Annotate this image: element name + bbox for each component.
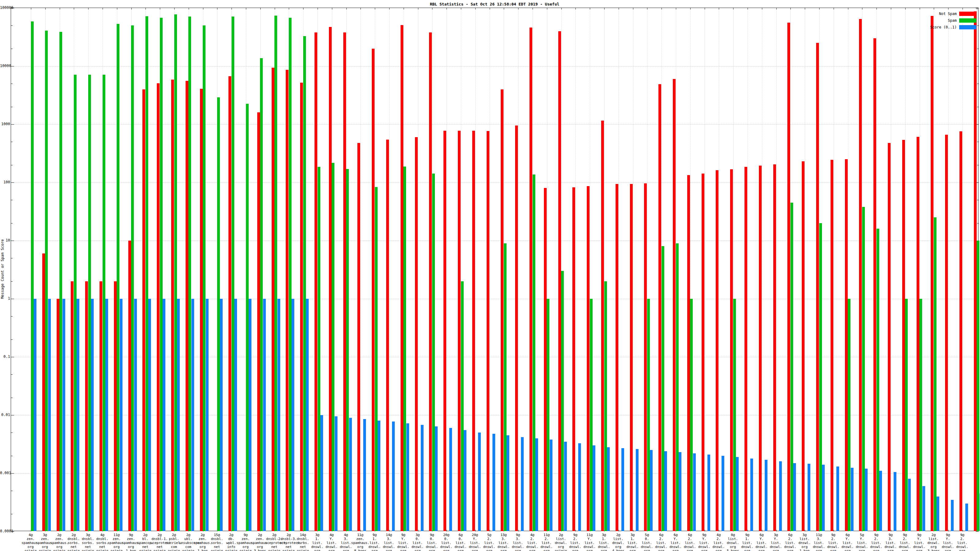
bar-spam: [117, 24, 119, 531]
x-axis-tick: [705, 530, 705, 531]
bar-spam: [375, 187, 378, 531]
y-axis-tick-label: 0.1: [0, 354, 10, 359]
bar-not_spam: [100, 281, 102, 531]
x-axis-tick: [848, 8, 848, 10]
x-axis-tick: [504, 8, 504, 10]
bar-not_spam: [315, 32, 317, 531]
vertical-gridline: [518, 8, 519, 531]
bar-score: [535, 438, 538, 531]
bar-not_spam: [830, 160, 833, 531]
bar-not_spam: [945, 135, 948, 531]
bar-spam: [59, 32, 62, 531]
vertical-gridline: [360, 8, 361, 531]
x-axis-tick: [88, 8, 89, 10]
bar-score: [578, 443, 581, 531]
bar-score: [879, 471, 882, 531]
bar-score: [291, 299, 294, 531]
horizontal-gridline: [11, 124, 978, 125]
x-axis-tick: [174, 8, 175, 10]
horizontal-gridline: [11, 66, 978, 67]
bar-score: [908, 479, 911, 531]
x-axis-tick: [217, 8, 218, 10]
legend-label-spam: Spam: [948, 18, 957, 23]
x-axis-tick: [60, 8, 60, 10]
y-axis-minor-tick: [11, 340, 13, 340]
bar-score: [177, 299, 180, 531]
legend-entry-not-spam: Not Spam: [930, 12, 976, 16]
x-axis-tick: [518, 530, 519, 531]
legend-entry-spam: Spam: [930, 18, 976, 23]
legend-label-score: Score (0..1): [930, 25, 957, 29]
y-axis-minor-tick: [11, 165, 13, 165]
x-axis-tick: [131, 8, 132, 10]
bar-score: [406, 423, 409, 531]
vertical-gridline: [834, 8, 834, 531]
bar-spam: [160, 18, 162, 531]
legend: Not Spam Spam Score (0..1): [930, 12, 976, 32]
y-axis-tick-label: 10000: [0, 64, 10, 68]
bar-not_spam: [444, 131, 446, 531]
bar-score: [478, 432, 481, 531]
vertical-gridline: [762, 8, 762, 531]
x-axis-tick: [920, 8, 920, 10]
vertical-gridline: [719, 8, 719, 531]
x-axis-tick: [203, 8, 204, 10]
x-axis-tick: [590, 8, 590, 10]
bar-spam: [346, 169, 349, 531]
y-axis-minor-tick: [11, 84, 13, 84]
bar-spam: [848, 299, 850, 531]
bar-score: [421, 425, 423, 531]
x-axis-tick: [604, 8, 605, 10]
x-axis-tick: [518, 8, 519, 10]
bar-score: [134, 299, 137, 531]
bar-not_spam: [157, 83, 159, 531]
bar-spam: [432, 173, 435, 531]
x-axis-tick: [303, 8, 304, 10]
x-axis-tick: [346, 8, 347, 10]
x-axis-tick: [289, 8, 289, 10]
bar-not_spam: [788, 23, 790, 531]
vertical-gridline: [948, 8, 948, 531]
bar-spam: [461, 281, 464, 531]
bar-score: [822, 465, 825, 531]
x-axis-tick: [145, 8, 146, 10]
x-axis-tick: [246, 8, 246, 10]
bar-spam: [260, 58, 263, 531]
bar-score: [48, 299, 51, 531]
y-axis-tick-label: 10: [0, 238, 10, 243]
x-axis-tick: [819, 8, 819, 10]
bar-spam: [690, 299, 693, 531]
vertical-gridline: [633, 8, 633, 531]
bar-score: [464, 430, 466, 531]
x-axis-tick: [705, 8, 705, 10]
bar-spam: [877, 229, 879, 531]
y-axis-minor-tick: [977, 49, 979, 49]
bar-score: [937, 497, 939, 531]
bar-not_spam: [558, 31, 561, 531]
bar-spam: [332, 163, 334, 531]
bar-spam: [533, 175, 535, 531]
bar-spam: [676, 243, 679, 531]
bar-not_spam: [128, 241, 131, 531]
x-axis-tick: [891, 530, 891, 531]
y-axis-minor-tick: [977, 84, 979, 84]
bar-score: [894, 472, 896, 531]
bar-not_spam: [401, 25, 403, 531]
bar-spam: [662, 246, 664, 531]
bar-not_spam: [616, 184, 618, 531]
bar-score: [34, 299, 37, 531]
y-axis-minor-tick: [11, 432, 13, 433]
bar-score: [521, 437, 524, 531]
bar-spam: [145, 16, 148, 531]
bar-not_spam: [415, 137, 418, 531]
x-axis-tick: [719, 8, 719, 10]
bar-spam: [934, 218, 937, 531]
bar-score: [277, 299, 280, 531]
bar-spam: [31, 21, 34, 531]
bar-score: [105, 299, 108, 531]
x-axis-tick: [834, 530, 834, 531]
x-axis-tick: [891, 8, 891, 10]
x-axis-tick: [719, 530, 719, 531]
bar-score: [378, 421, 380, 531]
bar-not_spam: [931, 16, 934, 531]
